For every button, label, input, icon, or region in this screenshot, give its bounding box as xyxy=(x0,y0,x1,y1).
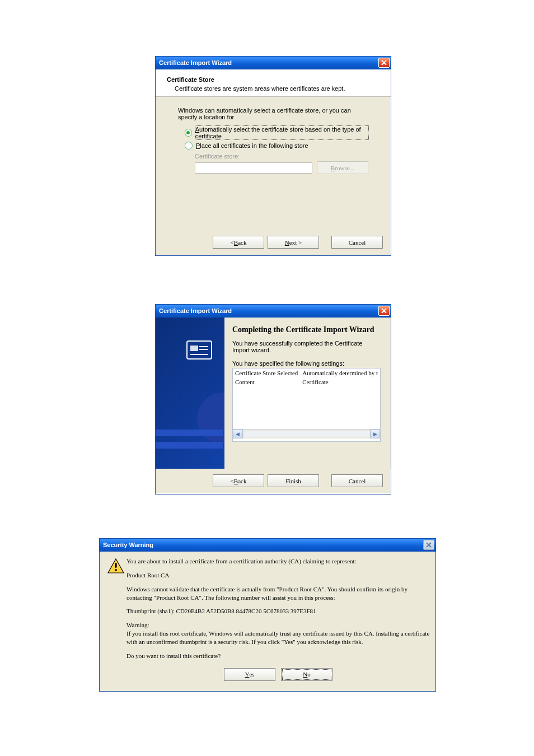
warning-line: If you install this root certificate, Wi… xyxy=(127,629,430,646)
radio-unselected-icon xyxy=(185,142,193,150)
back-button[interactable]: < Back xyxy=(213,474,264,487)
radio-auto-label: Automatically select the certificate sto… xyxy=(195,126,368,139)
warning-line: You are about to install a certificate f… xyxy=(127,557,430,566)
svg-rect-2 xyxy=(156,442,223,449)
cert-import-wizard-complete-dialog: Certificate Import Wizard Completing the… xyxy=(155,304,391,494)
settings-value: Certificate xyxy=(300,377,380,386)
radio-place-all[interactable]: Place all certificates in the following … xyxy=(185,142,368,150)
svg-rect-1 xyxy=(156,430,223,436)
settings-list: Certificate Store Selected Automatically… xyxy=(232,368,381,442)
wizard-button-row: < Back Finish Cancel xyxy=(156,469,391,494)
cert-store-input xyxy=(195,162,312,174)
next-button[interactable]: Next > xyxy=(268,236,319,249)
table-row: Certificate Store Selected Automatically… xyxy=(233,368,380,377)
success-text: You have successfully completed the Cert… xyxy=(232,340,381,353)
settings-intro: You have specified the following setting… xyxy=(232,360,381,367)
scroll-track[interactable] xyxy=(244,431,369,437)
no-button[interactable]: No xyxy=(281,668,332,681)
svg-rect-9 xyxy=(115,563,116,568)
wizard-button-row: < Back Next > Cancel xyxy=(156,230,391,255)
warning-icon xyxy=(105,557,127,687)
complete-title: Completing the Certificate Import Wizard xyxy=(232,325,381,334)
titlebar[interactable]: Certificate Import Wizard xyxy=(156,305,391,318)
scroll-right-icon[interactable]: ▶ xyxy=(370,430,380,438)
radio-place-label: Place all certificates in the following … xyxy=(196,142,308,149)
settings-value: Automatically determined by t xyxy=(300,368,380,377)
window-title: Certificate Import Wizard xyxy=(159,307,232,314)
wizard-body: Completing the Certificate Import Wizard… xyxy=(156,318,391,469)
back-button[interactable]: < Back xyxy=(213,236,264,249)
header-title: Certificate Store xyxy=(167,76,380,83)
window-title: Certificate Import Wizard xyxy=(159,59,232,66)
warning-line: Windows cannot validate that the certifi… xyxy=(127,585,430,602)
settings-table: Certificate Store Selected Automatically… xyxy=(233,368,380,386)
cancel-button[interactable]: Cancel xyxy=(331,236,383,249)
wizard-content: Completing the Certificate Import Wizard… xyxy=(224,318,391,469)
window-title: Security Warning xyxy=(103,542,153,548)
settings-key: Content xyxy=(233,377,300,386)
close-icon[interactable] xyxy=(423,540,434,550)
svg-point-0 xyxy=(197,393,224,444)
finish-button[interactable]: Finish xyxy=(268,474,319,487)
close-icon[interactable] xyxy=(378,58,390,68)
svg-point-10 xyxy=(115,569,117,571)
cert-store-label: Certificate store: xyxy=(195,153,368,160)
titlebar[interactable]: Security Warning xyxy=(100,539,435,552)
warning-thumbprint: Thumbprint (sha1): CD20E4B2 A52D50B8 844… xyxy=(127,607,430,615)
svg-rect-4 xyxy=(190,346,198,351)
warning-question: Do you want to install this certificate? xyxy=(127,652,430,660)
radio-auto-select[interactable]: Automatically select the certificate sto… xyxy=(185,126,368,139)
horizontal-scrollbar[interactable]: ◀ ▶ xyxy=(233,429,380,438)
wizard-body: Windows can automatically select a certi… xyxy=(156,97,391,230)
radio-selected-icon xyxy=(185,129,192,137)
security-warning-dialog: Security Warning You are about to instal… xyxy=(99,538,436,692)
warning-text: You are about to install a certificate f… xyxy=(127,557,430,687)
cancel-button[interactable]: Cancel xyxy=(331,474,383,487)
intro-text: Windows can automatically select a certi… xyxy=(178,107,368,120)
table-row: Content Certificate xyxy=(233,377,380,386)
warning-button-row: Yes No xyxy=(127,666,430,687)
wizard-banner xyxy=(156,318,224,469)
close-icon[interactable] xyxy=(378,306,390,316)
browse-button: Browse... xyxy=(317,161,368,174)
warning-ca-name: Product Root CA xyxy=(127,571,430,580)
scroll-left-icon[interactable]: ◀ xyxy=(233,430,243,438)
yes-button[interactable]: Yes xyxy=(224,668,275,681)
wizard-header: Certificate Store Certificate stores are… xyxy=(156,69,391,97)
warning-label: Warning: xyxy=(127,621,430,629)
warning-body: You are about to install a certificate f… xyxy=(100,552,435,691)
titlebar[interactable]: Certificate Import Wizard xyxy=(156,57,391,69)
settings-key: Certificate Store Selected xyxy=(233,368,300,377)
header-subtitle: Certificate stores are system areas wher… xyxy=(175,85,380,92)
cert-import-wizard-store-dialog: Certificate Import Wizard Certificate St… xyxy=(155,56,391,256)
cert-store-subsection: Certificate store: Browse... xyxy=(195,153,368,174)
